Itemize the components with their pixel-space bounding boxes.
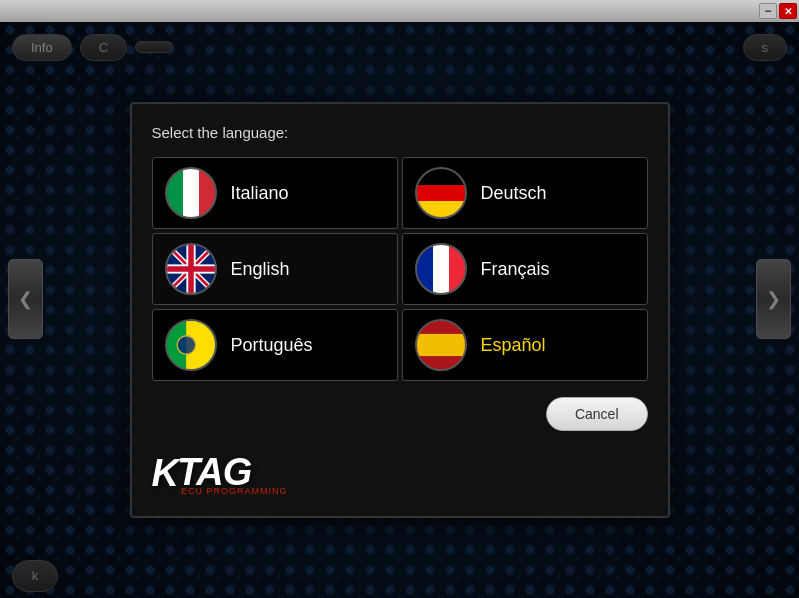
cancel-button[interactable]: Cancel [546, 397, 648, 431]
dialog-footer: Cancel [152, 397, 648, 431]
dialog-title: Select the language: [152, 124, 648, 141]
minimize-button[interactable]: − [759, 3, 777, 19]
flag-german [415, 167, 467, 219]
flag-english [165, 243, 217, 295]
svg-rect-15 [417, 334, 465, 356]
lang-name-english: English [231, 259, 290, 280]
lang-btn-french[interactable]: Français [402, 233, 648, 305]
flag-portuguese [165, 319, 217, 371]
close-button[interactable]: ✕ [779, 3, 797, 19]
dialog-overlay: Select the language: Italiano Deutsch [0, 22, 799, 598]
lang-name-german: Deutsch [481, 183, 547, 204]
app-background: − ✕ Info C s ❮ ❯ k Select the language: … [0, 0, 799, 598]
lang-name-french: Français [481, 259, 550, 280]
title-bar: − ✕ [0, 0, 799, 22]
lang-btn-english[interactable]: English [152, 233, 398, 305]
lang-name-italian: Italiano [231, 183, 289, 204]
lang-btn-italian[interactable]: Italiano [152, 157, 398, 229]
lang-btn-portuguese[interactable]: Português [152, 309, 398, 381]
language-grid: Italiano Deutsch [152, 157, 648, 381]
flag-french [415, 243, 467, 295]
svg-rect-8 [167, 266, 215, 272]
logo-subtitle: ECU PROGRAMMING [181, 486, 288, 496]
ktag-logo: K TAG ECU PROGRAMMING [152, 451, 648, 496]
language-dialog: Select the language: Italiano Deutsch [130, 102, 670, 518]
lang-name-spanish: Español [481, 335, 546, 356]
flag-italian [165, 167, 217, 219]
lang-btn-spanish[interactable]: Español [402, 309, 648, 381]
flag-spanish [415, 319, 467, 371]
lang-name-portuguese: Português [231, 335, 313, 356]
lang-btn-german[interactable]: Deutsch [402, 157, 648, 229]
logo-k: K [152, 452, 177, 495]
